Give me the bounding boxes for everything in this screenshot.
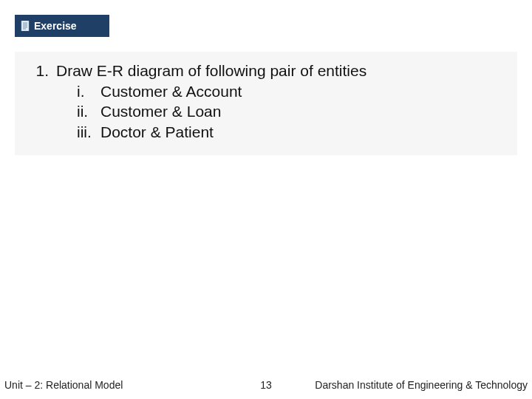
subitem-text: Customer & Loan — [100, 101, 221, 121]
subitem-num: i. — [77, 81, 100, 101]
subitem-text: Doctor & Patient — [100, 122, 214, 142]
footer-unit: Unit – 2: Relational Model — [4, 379, 123, 391]
footer-institute: Darshan Institute of Engineering & Techn… — [315, 379, 528, 391]
list-item: ii. Customer & Loan — [77, 101, 502, 121]
list-item: i. Customer & Account — [77, 81, 502, 101]
list-item: iii. Doctor & Patient — [77, 122, 502, 142]
header-tab: Exercise — [15, 15, 109, 37]
footer-page: 13 — [260, 379, 272, 391]
slide: Exercise 1. Draw E-R diagram of followin… — [0, 0, 532, 399]
subitem-text: Customer & Account — [100, 81, 242, 101]
question-row: 1. Draw E-R diagram of following pair of… — [30, 62, 502, 80]
question-number: 1. — [30, 62, 56, 80]
document-icon — [21, 21, 30, 31]
subitem-num: ii. — [77, 101, 100, 121]
subitem-num: iii. — [77, 122, 100, 142]
header-label: Exercise — [34, 20, 77, 32]
question-text: Draw E-R diagram of following pair of en… — [56, 62, 366, 80]
footer: Unit – 2: Relational Model 13 Darshan In… — [0, 377, 532, 393]
content-box: 1. Draw E-R diagram of following pair of… — [15, 52, 517, 155]
sub-list: i. Customer & Account ii. Customer & Loa… — [77, 81, 502, 142]
